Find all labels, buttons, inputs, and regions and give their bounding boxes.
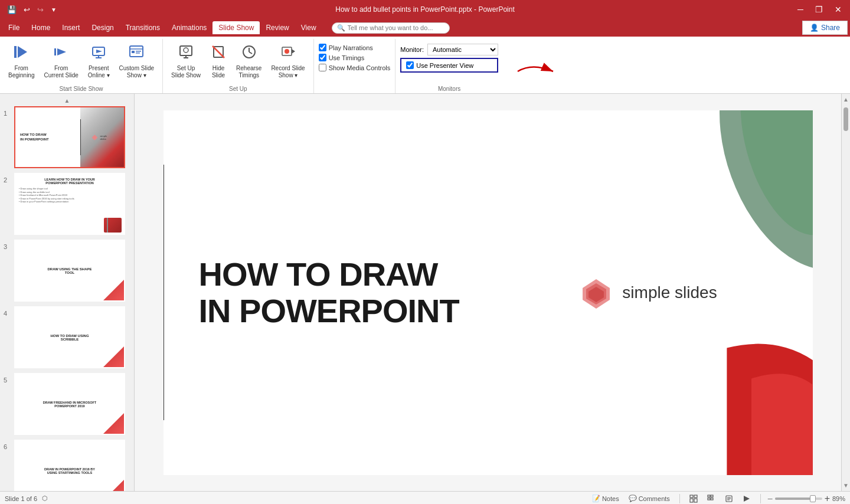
- slideshow-btn[interactable]: [740, 494, 753, 503]
- present-online-label: PresentOnline ▾: [88, 65, 110, 79]
- from-current-icon: [53, 44, 70, 64]
- slide-num-2: 2: [4, 173, 12, 184]
- svg-rect-34: [694, 495, 697, 498]
- play-narrations-checkbox[interactable]: Play Narrations: [319, 44, 391, 51]
- slide-thumb-6[interactable]: 6 DRAW IN POWERPOINT 2016 BYUSING STARTI…: [2, 438, 132, 491]
- svg-rect-40: [711, 498, 713, 500]
- scroll-down-slide-btn[interactable]: ▼: [841, 480, 850, 491]
- simple-slides-logo: simple slides: [580, 276, 717, 309]
- notes-label: Notes: [602, 495, 619, 502]
- set-up-show-btn[interactable]: Set UpSlide Show: [168, 41, 204, 81]
- record-slide-show-label: Record SlideShow ▾: [271, 65, 305, 79]
- monitor-select[interactable]: Automatic Primary Monitor: [427, 44, 498, 55]
- menu-home[interactable]: Home: [25, 21, 56, 34]
- undo-icon[interactable]: ↩: [21, 4, 32, 15]
- search-icon: 🔍: [337, 24, 345, 32]
- slide-panel: ▲ 1 HOW TO DRAWIN POWERPOINT simple slid…: [0, 94, 135, 491]
- svg-rect-33: [690, 495, 693, 498]
- window-title: How to add bullet points in PowerPoint.p…: [335, 5, 515, 14]
- menu-design[interactable]: Design: [86, 21, 119, 34]
- save-icon[interactable]: 💾: [5, 4, 19, 15]
- slide-count: Slide 1 of 6: [5, 495, 37, 502]
- play-narrations-input[interactable]: [319, 44, 326, 51]
- redo-icon[interactable]: ↪: [35, 4, 46, 15]
- normal-view-icon: [689, 495, 698, 503]
- monitor-section: Monitor: Automatic Primary Monitor Use P…: [400, 44, 498, 73]
- svg-rect-36: [694, 499, 697, 502]
- normal-view-btn[interactable]: [687, 494, 700, 503]
- start-slideshow-buttons: FromBeginning FromCurrent Slide: [5, 41, 158, 81]
- slide-view: HOW TO DRAWIN POWERPOINT: [135, 94, 841, 491]
- thumb-img-1: HOW TO DRAWIN POWERPOINT simple slides: [14, 106, 125, 168]
- ribbon-group-monitors: Monitor: Automatic Primary Monitor Use P…: [395, 39, 503, 93]
- svg-marker-27: [92, 135, 98, 140]
- from-beginning-icon: [13, 44, 30, 64]
- restore-btn[interactable]: ❐: [812, 4, 826, 15]
- show-media-controls-checkbox[interactable]: Show Media Controls: [319, 64, 391, 71]
- menu-review[interactable]: Review: [260, 21, 295, 34]
- close-btn[interactable]: ✕: [831, 4, 845, 15]
- menu-slideshow[interactable]: Slide Show: [212, 21, 260, 34]
- svg-rect-12: [136, 53, 140, 54]
- scroll-up-btn[interactable]: ▲: [2, 96, 132, 105]
- notes-btn[interactable]: 📝 Notes: [590, 494, 622, 503]
- svg-rect-11: [136, 51, 141, 52]
- title-bar: 💾 ↩ ↪ ▼ How to add bullet points in Powe…: [0, 0, 850, 19]
- use-presenter-view-input[interactable]: [406, 61, 414, 69]
- show-media-controls-input[interactable]: [319, 64, 326, 71]
- custom-show-btn[interactable]: Custom SlideShow ▾: [116, 41, 158, 81]
- minimize-btn[interactable]: ─: [794, 4, 807, 15]
- accessibility-icon[interactable]: ⬡: [42, 495, 48, 502]
- from-beginning-btn[interactable]: FromBeginning: [5, 41, 38, 81]
- scrollbar-thumb[interactable]: [844, 107, 848, 131]
- menu-file[interactable]: File: [2, 21, 25, 34]
- customize-icon[interactable]: ▼: [48, 5, 59, 14]
- presenter-view-box: Use Presenter View: [400, 58, 498, 73]
- play-narrations-label: Play Narrations: [329, 44, 373, 51]
- rehearse-timings-label: RehearseTimings: [236, 65, 261, 79]
- hide-slide-label: HideSlide: [212, 65, 225, 79]
- use-presenter-view-label: Use Presenter View: [416, 62, 473, 69]
- use-timings-checkbox[interactable]: Use Timings: [319, 54, 391, 61]
- comments-btn[interactable]: 💬 Comments: [626, 494, 672, 503]
- zoom-level: 89%: [832, 495, 845, 502]
- slide-main-title: HOW TO DRAWIN POWERPOINT: [199, 256, 485, 329]
- hide-slide-icon: [210, 44, 227, 64]
- slide-thumb-5[interactable]: 5 DRAW FREEHAND IN MICROSOFTPOWERPOINT 2…: [2, 372, 132, 436]
- present-online-btn[interactable]: PresentOnline ▾: [84, 41, 113, 81]
- zoom-thumb[interactable]: [810, 495, 816, 502]
- svg-marker-24: [292, 49, 295, 54]
- svg-marker-45: [744, 496, 750, 502]
- scroll-up-slide-btn[interactable]: ▲: [841, 94, 850, 105]
- search-input[interactable]: [348, 24, 442, 31]
- slide-thumb-1[interactable]: 1 HOW TO DRAWIN POWERPOINT simple slides: [2, 105, 132, 169]
- main-content: ▲ 1 HOW TO DRAWIN POWERPOINT simple slid…: [0, 94, 850, 491]
- logo-diamond: [580, 276, 613, 309]
- menu-animations[interactable]: Animations: [166, 21, 212, 34]
- divider: [679, 494, 680, 503]
- record-slide-show-btn[interactable]: Record SlideShow ▾: [267, 41, 308, 81]
- rehearse-timings-btn[interactable]: RehearseTimings: [233, 41, 265, 81]
- svg-rect-39: [708, 498, 710, 500]
- zoom-out-btn[interactable]: ─: [768, 495, 773, 502]
- use-timings-input[interactable]: [319, 54, 326, 61]
- slide-sorter-btn[interactable]: [705, 494, 718, 503]
- from-current-slide-btn[interactable]: FromCurrent Slide: [40, 41, 81, 81]
- menu-insert[interactable]: Insert: [56, 21, 86, 34]
- slide-thumb-4[interactable]: 4 HOW TO DRAW USINGSCRIBBLE: [2, 305, 132, 369]
- notes-icon: 📝: [592, 495, 600, 502]
- zoom-controls: ─ + 89%: [768, 494, 845, 503]
- slide-thumb-2[interactable]: 2 LEARN HOW TO DRAW IN YOURPOWERPOINT PR…: [2, 172, 132, 236]
- zoom-in-btn[interactable]: +: [825, 494, 830, 503]
- share-button[interactable]: 👤 Share: [802, 21, 848, 35]
- setup-buttons: Set UpSlide Show HideSlide: [168, 41, 309, 81]
- ribbon-group-checkboxes: Play Narrations Use Timings Show Media C…: [314, 39, 396, 93]
- slide-thumb-3[interactable]: 3 DRAW USING THE SHAPETOOL: [2, 238, 132, 303]
- show-media-controls-label: Show Media Controls: [329, 64, 391, 71]
- menu-transitions[interactable]: Transitions: [120, 21, 166, 34]
- hide-slide-btn[interactable]: HideSlide: [207, 41, 230, 81]
- reading-view-btn[interactable]: [722, 494, 735, 503]
- menu-view[interactable]: View: [295, 21, 322, 34]
- thumb-img-3: DRAW USING THE SHAPETOOL: [14, 240, 125, 302]
- zoom-slider[interactable]: [775, 498, 822, 500]
